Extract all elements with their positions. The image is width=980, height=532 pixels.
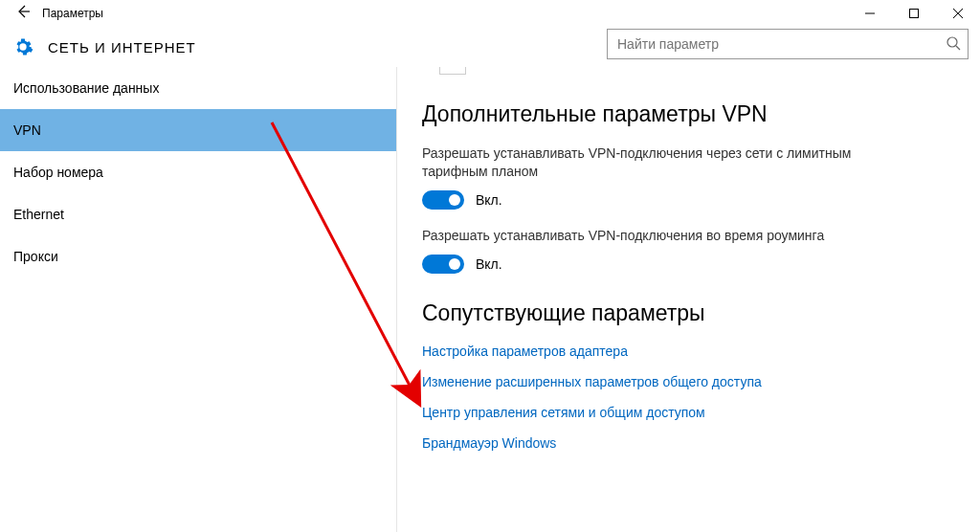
sidebar: Использование данных VPN Набор номера Et…	[0, 67, 397, 532]
search-container	[607, 29, 969, 59]
link-advanced-sharing[interactable]: Изменение расширенных параметров общего …	[422, 374, 955, 389]
sidebar-item-label: Набор номера	[13, 165, 103, 180]
sidebar-item-dialup[interactable]: Набор номера	[0, 151, 396, 193]
svg-line-5	[956, 46, 960, 50]
search-input[interactable]	[607, 29, 969, 59]
section-title-advanced: Дополнительные параметры VPN	[422, 101, 955, 127]
sidebar-item-label: Ethernet	[13, 207, 64, 222]
sidebar-item-label: VPN	[13, 122, 41, 138]
sidebar-item-proxy[interactable]: Прокси	[0, 235, 396, 277]
maximize-button[interactable]	[892, 0, 936, 27]
sidebar-item-vpn[interactable]: VPN	[0, 109, 396, 151]
back-button[interactable]	[8, 4, 38, 23]
svg-rect-1	[910, 10, 919, 18]
search-icon	[946, 35, 961, 54]
link-adapter-options[interactable]: Настройка параметров адаптера	[422, 344, 955, 359]
window-title: Параметры	[42, 7, 103, 20]
setting-metered-label: Разрешать устанавливать VPN-подключения …	[422, 144, 920, 181]
link-network-center[interactable]: Центр управления сетями и общим доступом	[422, 405, 955, 420]
page-title: СЕТЬ И ИНТЕРНЕТ	[48, 39, 196, 55]
gear-icon	[11, 35, 34, 58]
link-firewall[interactable]: Брандмауэр Windows	[422, 435, 955, 451]
toggle-roaming[interactable]	[422, 255, 464, 274]
close-button[interactable]	[936, 0, 980, 27]
toggle-roaming-state: Вкл.	[476, 256, 502, 272]
toggle-knob	[449, 194, 460, 206]
sidebar-item-label: Прокси	[13, 249, 58, 264]
scroll-cutoff	[439, 67, 466, 75]
sidebar-item-label: Использование данных	[13, 80, 159, 96]
svg-point-4	[947, 37, 957, 47]
section-title-related: Сопутствующие параметры	[422, 300, 955, 326]
toggle-knob	[449, 258, 460, 270]
titlebar: Параметры	[0, 0, 980, 27]
toggle-metered-state: Вкл.	[476, 192, 502, 208]
main-panel: Дополнительные параметры VPN Разрешать у…	[397, 67, 980, 532]
window-controls	[848, 0, 980, 27]
sidebar-item-data-usage[interactable]: Использование данных	[0, 67, 396, 109]
minimize-button[interactable]	[848, 0, 892, 27]
setting-roaming-label: Разрешать устанавливать VPN-подключения …	[422, 227, 920, 245]
sidebar-item-ethernet[interactable]: Ethernet	[0, 193, 396, 235]
toggle-metered[interactable]	[422, 190, 464, 210]
